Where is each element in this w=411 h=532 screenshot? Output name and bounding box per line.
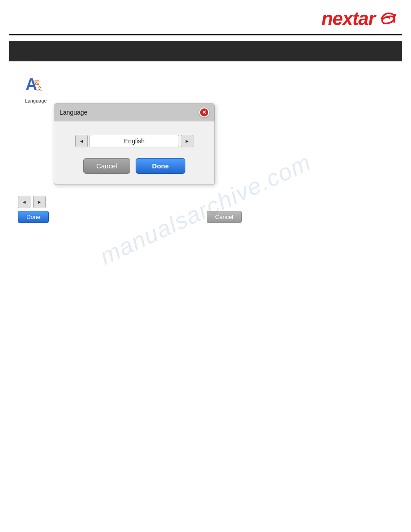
language-next-button[interactable]: ► bbox=[181, 135, 193, 147]
language-display: English bbox=[90, 135, 179, 147]
header-divider bbox=[9, 34, 402, 35]
dialog-title-bar: Language ✕ bbox=[54, 104, 214, 121]
svg-text:文: 文 bbox=[37, 86, 42, 91]
language-selector-row: ◄ English ► bbox=[75, 135, 193, 147]
bottom-cancel-button[interactable]: Cancel bbox=[207, 211, 242, 223]
dialog-body: ◄ English ► Cancel Done bbox=[54, 121, 214, 184]
main-content: manualsarchive.com A 云 文 Language Langua… bbox=[0, 61, 411, 236]
bottom-controls-area: ◄ ► Done Cancel bbox=[18, 196, 393, 223]
dialog-cancel-button[interactable]: Cancel bbox=[83, 158, 130, 174]
bottom-nav-row: ◄ ► bbox=[18, 196, 393, 208]
dialog-done-button[interactable]: Done bbox=[136, 158, 186, 174]
bottom-prev-button[interactable]: ◄ bbox=[18, 196, 30, 208]
language-icon-svg: A 云 文 bbox=[25, 75, 47, 94]
logo-swoosh-icon bbox=[378, 9, 398, 29]
bottom-next-button[interactable]: ► bbox=[33, 196, 46, 208]
dark-banner bbox=[9, 41, 402, 61]
language-icon-area: A 云 文 Language bbox=[18, 75, 54, 103]
language-icon: A 云 文 bbox=[25, 75, 47, 96]
header: nextar bbox=[0, 0, 411, 34]
svg-text:云: 云 bbox=[34, 79, 40, 86]
svg-point-0 bbox=[394, 14, 396, 17]
bottom-done-button[interactable]: Done bbox=[18, 211, 49, 223]
dialog-close-button[interactable]: ✕ bbox=[199, 107, 209, 117]
language-prev-button[interactable]: ◄ bbox=[75, 135, 88, 147]
dialog-overlay: Language ✕ ◄ English ► Cancel Done bbox=[54, 103, 393, 185]
dialog-buttons: Cancel Done bbox=[83, 158, 185, 174]
language-dialog: Language ✕ ◄ English ► Cancel Done bbox=[54, 103, 215, 185]
dialog-title: Language bbox=[60, 109, 87, 116]
language-icon-label: Language bbox=[25, 98, 47, 103]
bottom-row-full: Done Cancel bbox=[18, 211, 242, 223]
nextar-logo: nextar bbox=[321, 8, 398, 30]
logo-text: nextar bbox=[321, 8, 375, 30]
